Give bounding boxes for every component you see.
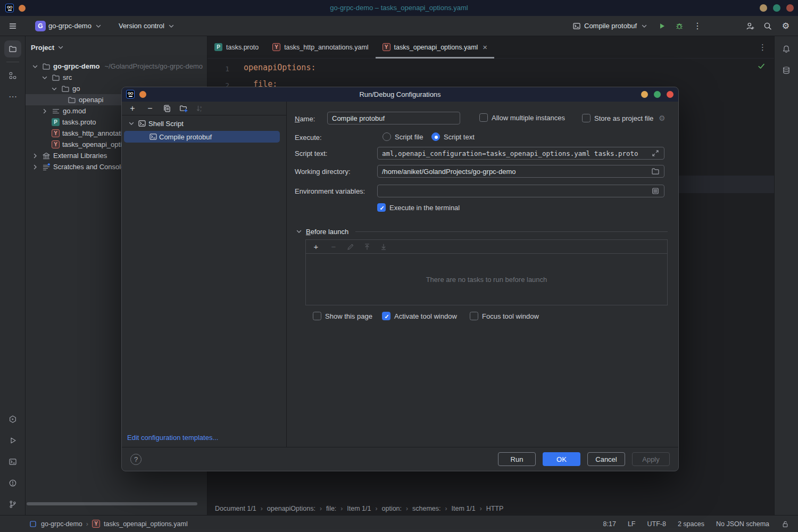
show-this-page-checkbox[interactable]: Show this page bbox=[313, 312, 372, 320]
unlocked-icon[interactable] bbox=[781, 520, 789, 528]
expand-field-icon[interactable] bbox=[651, 149, 660, 157]
chevron-down-icon[interactable] bbox=[40, 73, 49, 82]
inspections-ok-icon[interactable] bbox=[757, 62, 766, 70]
script-file-radio[interactable]: Script file bbox=[383, 132, 423, 141]
version-control-widget[interactable]: Version control bbox=[119, 22, 176, 30]
edit-variables-icon[interactable] bbox=[651, 187, 660, 195]
focus-tool-window-checkbox[interactable]: Focus tool window bbox=[470, 312, 539, 320]
before-launch-header[interactable]: Before launch bbox=[295, 227, 668, 236]
git-tool-button[interactable] bbox=[4, 496, 21, 513]
services-tool-button[interactable] bbox=[4, 411, 21, 428]
settings-gear-icon[interactable]: ⚙ bbox=[781, 21, 791, 31]
horizontal-scrollbar[interactable] bbox=[27, 502, 197, 505]
environment-variables-field[interactable] bbox=[377, 185, 664, 197]
activate-tool-window-checkbox[interactable]: Activate tool window bbox=[382, 312, 457, 320]
run-button[interactable]: Run bbox=[498, 452, 536, 466]
checkbox-label: Focus tool window bbox=[482, 312, 539, 320]
config-item-compile-protobuf[interactable]: Compile protobuf bbox=[124, 131, 280, 143]
status-project[interactable]: go-grpc-demo bbox=[41, 520, 82, 528]
copy-configuration-icon[interactable] bbox=[163, 104, 171, 113]
move-up-icon[interactable] bbox=[363, 243, 371, 251]
maximize-button[interactable] bbox=[773, 4, 780, 12]
chevron-down-icon[interactable] bbox=[127, 119, 136, 128]
edit-task-icon[interactable] bbox=[346, 243, 355, 251]
execute-in-terminal-checkbox[interactable]: Execute in the terminal bbox=[377, 203, 460, 212]
tab-tasks-openapi-options[interactable]: Y tasks_openapi_options.yaml × bbox=[376, 36, 495, 58]
add-configuration-icon[interactable]: + bbox=[128, 104, 137, 113]
breadcrumb[interactable]: Document 1/1 bbox=[215, 505, 256, 512]
config-group-shell-script[interactable]: Shell Script bbox=[127, 119, 184, 128]
ok-button[interactable]: OK bbox=[543, 452, 580, 466]
close-button[interactable] bbox=[786, 4, 794, 12]
chevron-down-icon[interactable] bbox=[50, 85, 59, 93]
store-as-project-file-checkbox[interactable]: Store as project file ⚙ bbox=[582, 113, 667, 123]
project-tool-button[interactable] bbox=[4, 40, 21, 57]
allow-multiple-instances-checkbox[interactable]: Allow multiple instances bbox=[479, 113, 565, 122]
run-configuration-widget[interactable]: Compile protobuf bbox=[572, 22, 649, 30]
status-file[interactable]: tasks_openapi_options.yaml bbox=[104, 520, 188, 528]
minimize-button[interactable] bbox=[760, 4, 767, 12]
chevron-right-icon[interactable] bbox=[31, 152, 39, 160]
breadcrumb-separator: › bbox=[320, 505, 322, 512]
maximize-button[interactable] bbox=[654, 91, 661, 98]
store-options-gear-icon[interactable]: ⚙ bbox=[657, 113, 667, 123]
checkbox-unchecked bbox=[470, 312, 478, 320]
more-tools-button[interactable]: ⋯ bbox=[4, 88, 21, 105]
name-field[interactable]: Compile protobuf bbox=[327, 112, 460, 124]
add-task-icon[interactable]: + bbox=[311, 242, 321, 252]
breadcrumb[interactable]: schemes: bbox=[412, 505, 441, 512]
tab-tasks-proto[interactable]: P tasks.proto bbox=[207, 36, 265, 58]
json-schema-setting[interactable]: No JSON schema bbox=[716, 520, 769, 528]
indent-setting[interactable]: 2 spaces bbox=[678, 520, 704, 528]
sort-alphabetically-icon[interactable]: az bbox=[196, 104, 204, 113]
tab-options-icon[interactable]: ⋮ bbox=[759, 43, 767, 52]
chevron-right-icon[interactable] bbox=[40, 107, 49, 115]
run-button[interactable] bbox=[658, 22, 666, 30]
more-actions-icon[interactable]: ⋮ bbox=[693, 21, 702, 31]
cancel-button[interactable]: Cancel bbox=[587, 452, 625, 466]
breadcrumb[interactable]: HTTP bbox=[486, 505, 504, 512]
edit-templates-link[interactable]: Edit configuration templates... bbox=[127, 434, 218, 442]
working-directory-field[interactable]: /home/aniket/GolandProjects/go-grpc-demo bbox=[377, 165, 664, 178]
notifications-button[interactable] bbox=[778, 40, 795, 57]
move-down-icon[interactable] bbox=[379, 243, 388, 251]
database-tool-button[interactable] bbox=[778, 62, 795, 79]
line-ending[interactable]: LF bbox=[628, 520, 636, 528]
debug-button[interactable] bbox=[675, 22, 684, 30]
script-text-radio[interactable]: Script text bbox=[431, 132, 475, 141]
main-menu-icon[interactable] bbox=[9, 22, 17, 30]
breadcrumb[interactable]: Item 1/1 bbox=[347, 505, 371, 512]
help-button[interactable]: ? bbox=[130, 454, 142, 465]
breadcrumb[interactable]: file: bbox=[326, 505, 336, 512]
minimize-button[interactable] bbox=[641, 91, 648, 98]
terminal-tool-button[interactable] bbox=[4, 453, 21, 470]
tree-row[interactable]: go-grpc-demo ~/GolandProjects/go-grpc-de… bbox=[26, 61, 207, 72]
tab-tasks-http-annotations[interactable]: Y tasks_http_annotations.yaml bbox=[265, 36, 375, 58]
breadcrumb[interactable]: Item 1/1 bbox=[452, 505, 476, 512]
commit-tool-button[interactable] bbox=[4, 67, 21, 84]
file-encoding[interactable]: UTF-8 bbox=[647, 520, 666, 528]
new-folder-icon[interactable] bbox=[179, 104, 188, 113]
caret-position[interactable]: 8:17 bbox=[603, 520, 616, 528]
code-with-me-icon[interactable] bbox=[746, 22, 754, 30]
breadcrumb[interactable]: openapiOptions: bbox=[267, 505, 315, 512]
remove-configuration-icon[interactable]: − bbox=[145, 104, 155, 113]
run-tool-button[interactable] bbox=[4, 432, 21, 449]
dialog-titlebar[interactable]: GO Run/Debug Configurations bbox=[122, 87, 678, 102]
breadcrumb[interactable]: option: bbox=[382, 505, 402, 512]
project-widget[interactable]: G go-grpc-demo bbox=[35, 21, 103, 31]
script-text-field[interactable]: aml,openapi_configuration=tasks_openapi_… bbox=[377, 147, 664, 160]
chevron-down-icon bbox=[640, 22, 649, 30]
close-button[interactable] bbox=[667, 91, 674, 98]
tree-row[interactable]: src bbox=[26, 72, 207, 83]
apply-button[interactable]: Apply bbox=[632, 452, 670, 466]
browse-folder-icon[interactable] bbox=[651, 167, 660, 176]
close-tab-icon[interactable]: × bbox=[483, 43, 487, 52]
search-everywhere-icon[interactable] bbox=[763, 22, 772, 30]
remove-task-icon[interactable]: − bbox=[329, 242, 338, 252]
checkbox-unchecked bbox=[479, 113, 488, 122]
problems-tool-button[interactable] bbox=[4, 475, 21, 492]
chevron-right-icon[interactable] bbox=[31, 163, 39, 171]
chevron-down-icon[interactable] bbox=[31, 62, 39, 71]
project-panel-header[interactable]: Project bbox=[31, 43, 65, 52]
